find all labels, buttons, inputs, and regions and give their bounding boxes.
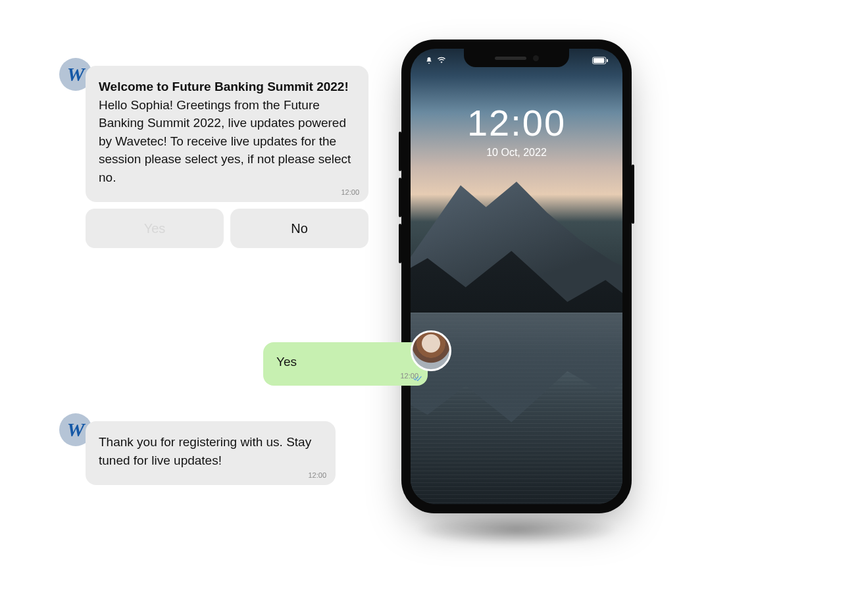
- read-receipt-icon: [413, 375, 422, 382]
- quick-reply-no-label: No: [291, 221, 308, 236]
- lock-screen-clock: 12:00 10 Oct, 2022: [411, 101, 622, 159]
- message-title: Welcome to Future Banking Summit 2022!: [99, 80, 349, 93]
- front-camera: [533, 55, 539, 61]
- lock-screen-date: 10 Oct, 2022: [411, 147, 622, 159]
- message-bubble: Thank you for registering with us. Stay …: [86, 421, 336, 485]
- bot-message-thanks: W Thank you for registering with us. Sta…: [86, 421, 336, 485]
- message-body: Yes: [276, 355, 297, 369]
- message-time: 12:00: [308, 471, 326, 481]
- message-body: Hello Sophia! Greetings from the Future …: [99, 98, 351, 184]
- svg-rect-2: [607, 59, 608, 63]
- brand-avatar-letter: W: [67, 419, 85, 441]
- lock-screen-time: 12:00: [411, 101, 622, 144]
- bell-icon: [425, 57, 433, 64]
- quick-reply-yes[interactable]: Yes: [86, 209, 224, 248]
- user-message: Yes 12:00: [263, 342, 428, 386]
- user-avatar: [411, 330, 451, 371]
- quick-reply-no[interactable]: No: [230, 209, 368, 248]
- phone-shadow: [415, 513, 618, 546]
- quick-reply-options: Yes No: [86, 209, 368, 248]
- message-bubble: Welcome to Future Banking Summit 2022! H…: [86, 66, 368, 202]
- battery-icon: [592, 57, 608, 64]
- message-bubble: Yes 12:00: [263, 342, 428, 386]
- svg-rect-1: [593, 58, 605, 63]
- message-body: Thank you for registering with us. Stay …: [99, 435, 311, 467]
- wifi-icon: [437, 57, 446, 64]
- quick-reply-yes-label: Yes: [144, 221, 166, 236]
- speaker-grille: [495, 57, 526, 60]
- message-time: 12:00: [341, 188, 359, 198]
- phone-frame: 12:00 10 Oct, 2022: [401, 39, 632, 513]
- bot-message-welcome: W Welcome to Future Banking Summit 2022!…: [86, 66, 368, 248]
- phone-screen: 12:00 10 Oct, 2022: [411, 49, 622, 504]
- brand-avatar-letter: W: [67, 63, 85, 86]
- phone-notch: [464, 49, 569, 67]
